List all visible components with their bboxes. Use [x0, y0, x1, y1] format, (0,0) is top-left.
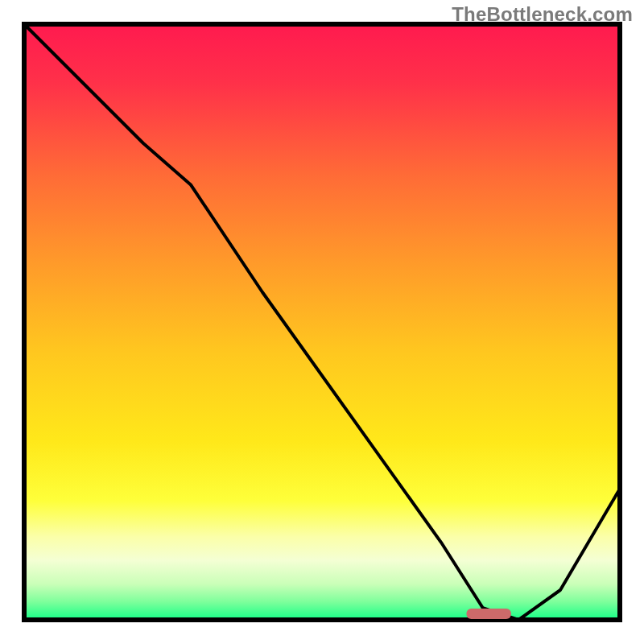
bottleneck-marker [466, 609, 511, 619]
watermark-text: TheBottleneck.com [452, 3, 633, 26]
bottleneck-chart [0, 0, 644, 644]
chart-container: TheBottleneck.com [0, 0, 644, 644]
